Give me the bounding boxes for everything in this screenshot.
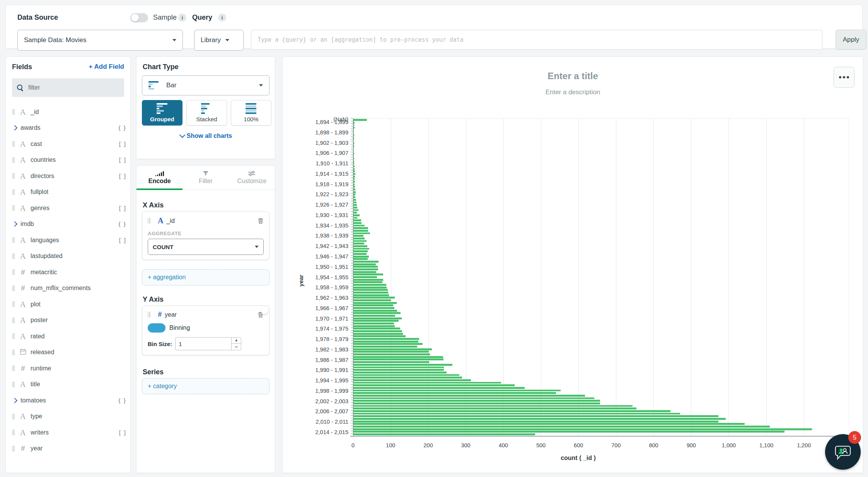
chart-description[interactable]: Enter a description [283, 88, 863, 96]
bar[interactable] [353, 178, 355, 180]
stepper-increment-button[interactable]: + [231, 337, 241, 344]
bar[interactable] [353, 310, 397, 312]
bar[interactable] [353, 374, 459, 376]
add-aggregation-button[interactable]: + aggregation [142, 269, 269, 285]
bar[interactable] [353, 230, 368, 232]
bar[interactable] [353, 163, 354, 165]
bar[interactable] [353, 186, 355, 188]
bar[interactable] [353, 181, 355, 183]
field-row[interactable]: #runtime [12, 360, 126, 377]
bar[interactable] [353, 261, 379, 263]
bar[interactable] [353, 153, 354, 154]
bar[interactable] [353, 199, 356, 201]
bar[interactable] [353, 202, 356, 204]
bin-size-input[interactable] [175, 337, 231, 350]
bar[interactable] [353, 160, 354, 162]
subtype-grouped-button[interactable]: Grouped [142, 100, 182, 126]
bar[interactable] [353, 134, 354, 136]
bar[interactable] [353, 392, 556, 394]
bar[interactable] [353, 256, 369, 258]
field-row[interactable]: Acast[ ] [12, 136, 126, 152]
drag-handle-icon[interactable] [12, 173, 15, 179]
bar[interactable] [353, 183, 355, 185]
field-search-box[interactable] [12, 78, 124, 97]
bar[interactable] [353, 415, 718, 417]
drag-handle-icon[interactable] [12, 141, 15, 147]
drag-handle-icon[interactable] [12, 429, 15, 435]
field-row[interactable]: Atitle [12, 377, 126, 393]
bar[interactable] [353, 361, 429, 363]
bar[interactable] [353, 346, 417, 348]
bar[interactable] [353, 382, 501, 384]
drag-handle-icon[interactable] [12, 189, 15, 195]
field-row[interactable]: Arated [12, 328, 126, 345]
bar[interactable] [353, 155, 354, 157]
binning-toggle[interactable] [148, 323, 165, 333]
bar[interactable] [353, 266, 378, 268]
field-row[interactable]: Alastupdated [12, 248, 126, 265]
bar[interactable] [353, 222, 362, 224]
bar[interactable] [353, 168, 355, 170]
bar[interactable] [353, 243, 364, 244]
bar[interactable] [353, 384, 515, 386]
drag-handle-icon[interactable] [12, 157, 15, 163]
drag-handle-icon[interactable] [12, 365, 15, 371]
bar[interactable] [353, 426, 770, 428]
bar[interactable] [353, 129, 354, 131]
bar[interactable] [353, 328, 400, 329]
bar[interactable] [353, 263, 376, 265]
add-field-button[interactable]: + Add Field [89, 63, 124, 71]
bar[interactable] [353, 418, 726, 420]
trash-icon[interactable] [258, 217, 264, 224]
bar[interactable] [353, 253, 367, 255]
bar[interactable] [353, 312, 401, 314]
bar[interactable] [353, 325, 395, 327]
bar[interactable] [353, 377, 462, 379]
bar[interactable] [353, 351, 429, 353]
sample-info-icon[interactable]: i [178, 14, 186, 22]
bar[interactable] [353, 410, 670, 412]
bar[interactable] [353, 235, 363, 237]
bar[interactable] [353, 341, 418, 343]
expand-chevron-icon[interactable] [12, 221, 17, 227]
bar[interactable] [353, 204, 357, 206]
data-source-select[interactable]: Sample Data: Movies [17, 30, 183, 51]
subtype-stacked-button[interactable]: Stacked [186, 100, 227, 126]
sample-toggle[interactable] [130, 13, 148, 22]
bar[interactable] [353, 127, 355, 129]
bar[interactable] [353, 188, 355, 190]
bar[interactable] [353, 248, 369, 250]
bar[interactable] [353, 431, 784, 433]
drag-handle-icon[interactable] [12, 109, 15, 115]
bar[interactable] [353, 356, 443, 358]
bar[interactable] [353, 400, 600, 402]
bar[interactable] [353, 145, 354, 147]
bar[interactable] [353, 225, 365, 227]
drag-handle-icon[interactable] [12, 382, 15, 387]
apply-button[interactable]: Apply [836, 30, 866, 50]
chart-menu-button[interactable] [834, 67, 854, 88]
bar[interactable] [353, 233, 370, 234]
bar[interactable] [353, 299, 391, 301]
bar[interactable] [353, 405, 633, 407]
bar[interactable] [353, 122, 355, 124]
bar[interactable] [353, 320, 399, 322]
bar[interactable] [353, 413, 680, 415]
bar[interactable] [353, 358, 443, 360]
bar[interactable] [353, 333, 403, 335]
bar[interactable] [353, 227, 368, 229]
field-row[interactable]: Atype [12, 409, 126, 425]
bar[interactable] [353, 196, 355, 198]
bar[interactable] [353, 139, 354, 141]
field-row[interactable]: #metacritic [12, 264, 126, 280]
field-row[interactable]: awards{ } [12, 120, 126, 136]
field-row[interactable]: Afullplot [12, 184, 126, 200]
bar[interactable] [353, 219, 361, 221]
tab-customize[interactable]: Customize [229, 166, 275, 190]
bar[interactable] [353, 302, 397, 304]
bar[interactable] [353, 124, 354, 126]
drag-handle-icon[interactable] [12, 350, 15, 355]
bar[interactable] [353, 258, 368, 260]
drag-handle-icon[interactable] [12, 253, 15, 259]
bar[interactable] [353, 390, 561, 392]
